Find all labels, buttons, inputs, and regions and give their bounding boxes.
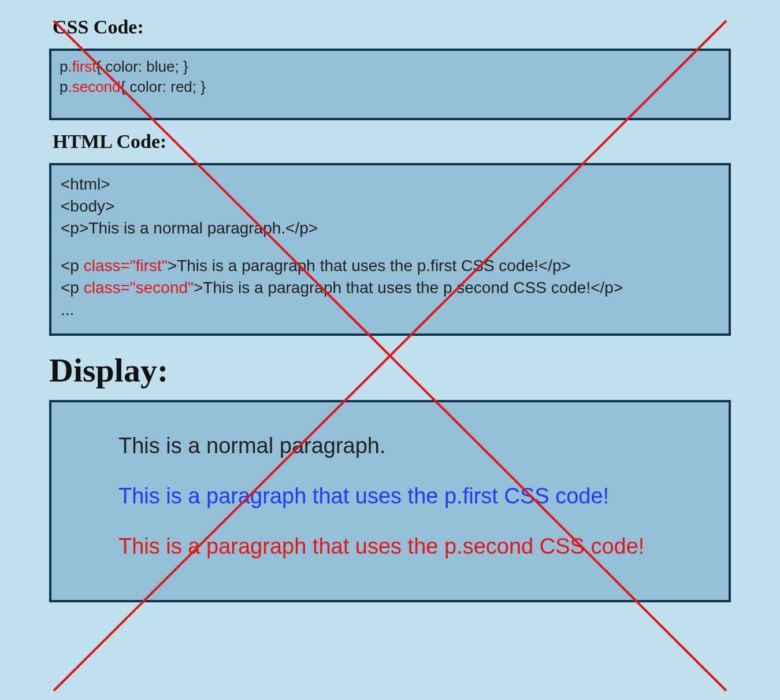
css-heading: CSS Code: [53,16,731,38]
css-line1-post: { color: blue; } [96,58,188,75]
css-line2-post: { color: red; } [121,78,206,95]
css-line-2: p.second{ color: red; } [60,77,720,97]
display-paragraph-second: This is a paragraph that uses the p.seco… [86,532,652,561]
html-l5-pre: <p [61,279,84,297]
html-line-2: <body> [61,195,719,217]
css-line2-highlight: .second [68,78,120,95]
css-line1-pre: p [60,58,68,75]
display-output-box: This is a normal paragraph. This is a pa… [49,400,731,602]
html-l4-post: >This is a paragraph that uses the p.fir… [168,257,571,275]
html-heading: HTML Code: [53,131,731,153]
html-line-1: <html> [61,173,719,195]
html-line-4: <p class="first">This is a paragraph tha… [61,255,719,277]
content-wrap: { "sections": { "css_heading": "CSS Code… [49,16,731,602]
html-line-5: <p class="second">This is a paragraph th… [61,277,719,299]
html-l4-pre: <p [61,257,84,275]
html-line-3: <p>This is a normal paragraph.</p> [61,217,719,239]
display-heading: Display: [49,351,731,390]
html-l5-post: >This is a paragraph that uses the p.sec… [194,279,623,297]
css-line-1: p.first{ color: blue; } [60,57,720,77]
display-paragraph-first: This is a paragraph that uses the p.firs… [118,482,694,511]
css-code-box: p.first{ color: blue; } p.second{ color:… [49,49,731,120]
html-l4-highlight: class="first" [84,257,168,275]
css-line1-highlight: .first [68,58,96,75]
html-blank [61,239,719,255]
display-paragraph-normal: This is a normal paragraph. [118,431,694,461]
html-l5-highlight: class="second" [84,279,194,297]
html-code-box: <html> <body> <p>This is a normal paragr… [49,163,731,336]
css-line2-pre: p [60,78,68,95]
html-line-6: ... [61,299,719,321]
